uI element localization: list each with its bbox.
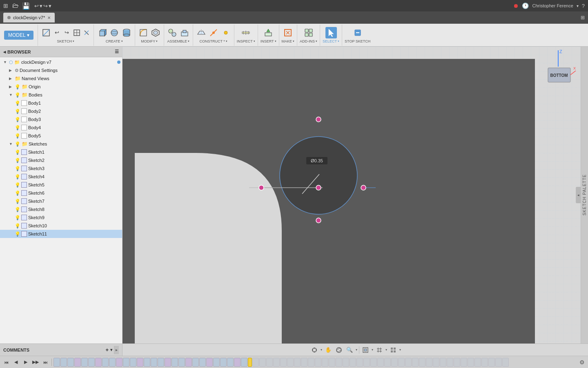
root-expand-arrow[interactable]: ▼	[3, 60, 9, 64]
tl-item-9[interactable]	[109, 358, 116, 367]
display-mode-arrow[interactable]: ▾	[372, 348, 373, 352]
tl-item-53[interactable]	[419, 358, 425, 367]
tl-item-43[interactable]	[350, 358, 356, 367]
tl-item-16[interactable]	[158, 358, 164, 367]
undo-button[interactable]: ↩	[34, 3, 39, 9]
snap-arrow[interactable]: ▾	[321, 348, 322, 352]
bodies-arrow[interactable]: ▼	[9, 93, 15, 97]
zoom-arrow[interactable]: ▾	[356, 348, 357, 352]
tl-item-54[interactable]	[426, 358, 432, 367]
tab-close[interactable]: ✕	[47, 16, 51, 20]
sphere-icon[interactable]	[109, 27, 120, 38]
snap-tool[interactable]	[310, 346, 319, 355]
assemble-label[interactable]: ASSEMBLE▾	[167, 39, 189, 43]
grid-tool[interactable]	[375, 346, 384, 355]
tl-item-27[interactable]	[234, 358, 241, 367]
tl-item-61[interactable]	[474, 358, 481, 367]
timeline-prev-btn[interactable]: ◀	[11, 358, 20, 367]
help-button[interactable]: ?	[582, 3, 585, 9]
tl-item-56[interactable]	[440, 358, 446, 367]
point-icon[interactable]	[220, 27, 232, 38]
comments-collapse-arrow[interactable]: ▸	[116, 348, 118, 352]
tl-item-24[interactable]	[213, 358, 220, 367]
tree-body4[interactable]: 💡 Body4	[0, 123, 122, 132]
model-button[interactable]: MODEL ▾	[4, 31, 33, 40]
tl-item-25[interactable]	[220, 358, 227, 367]
tl-item-39[interactable]	[322, 358, 328, 367]
tl-item-4[interactable]	[74, 358, 81, 367]
sketches-arrow[interactable]: ▼	[9, 142, 15, 146]
comments-collapse[interactable]: ▾	[110, 348, 112, 352]
tree-sketch4[interactable]: 💡 Sketch4	[0, 173, 122, 181]
construct-label[interactable]: CONSTRUCT *▾	[200, 39, 227, 43]
fillet-icon[interactable]	[138, 27, 149, 38]
tl-item-51[interactable]	[405, 358, 412, 367]
tl-item-19[interactable]	[178, 358, 185, 367]
record-button[interactable]: ⏺	[513, 2, 519, 9]
tl-item-59[interactable]	[461, 358, 467, 367]
measure-icon[interactable]	[240, 27, 252, 38]
sketch-label[interactable]: SKETCH▾	[57, 39, 74, 43]
tl-item-40[interactable]	[329, 358, 335, 367]
redo-sketch-icon[interactable]: ↪	[62, 28, 71, 37]
undo-sketch-icon[interactable]: ↩	[53, 28, 62, 37]
viewport[interactable]: Ø0.35 Z BOTTOM X ◂	[122, 47, 581, 343]
grid-icon[interactable]: ⊞	[3, 2, 8, 9]
orientation-cube[interactable]: Z BOTTOM X	[540, 48, 577, 85]
tl-item-46[interactable]	[370, 358, 377, 367]
tl-item-36[interactable]	[301, 358, 307, 367]
tree-sketch11[interactable]: 💡 Sketch11	[0, 230, 122, 238]
named-views-arrow[interactable]: ▶	[9, 76, 15, 81]
snap-grid-arrow[interactable]: ▾	[399, 348, 401, 352]
sketch-create-icon[interactable]	[40, 27, 52, 38]
grid-arrow[interactable]: ▾	[385, 348, 387, 352]
make-label[interactable]: MAKE▾	[282, 39, 295, 43]
select-icon[interactable]	[325, 27, 337, 38]
select-label[interactable]: SELECT▾	[323, 39, 339, 43]
tree-origin[interactable]: ▶ 💡 📁 Origin	[0, 83, 122, 91]
tl-item-14[interactable]	[144, 358, 150, 367]
stop-sketch-icon[interactable]	[352, 27, 363, 38]
tl-item-22[interactable]	[199, 358, 206, 367]
add-ins-label[interactable]: ADD-INS▾	[300, 39, 317, 43]
tl-item-35[interactable]	[294, 358, 301, 367]
design-tab[interactable]: clockDesign v7* ✕	[3, 13, 55, 22]
tl-item-42[interactable]	[343, 358, 349, 367]
tl-item-18[interactable]	[172, 358, 178, 367]
viewport-collapse[interactable]: ◂	[576, 187, 581, 203]
stop-sketch-label[interactable]: STOP SKETCH	[345, 39, 370, 43]
browser-collapse-icon[interactable]: ◂	[3, 49, 6, 55]
tl-item-65[interactable]	[502, 358, 509, 367]
tl-item-10[interactable]	[116, 358, 122, 367]
tree-sketch9[interactable]: 💡 Sketch9	[0, 213, 122, 222]
tl-item-1[interactable]	[53, 358, 60, 367]
tree-sketches[interactable]: ▼ 💡 📁 Sketches	[0, 140, 122, 148]
tl-item-17[interactable]	[165, 358, 171, 367]
comments-add-icon[interactable]: +	[105, 347, 109, 353]
tab-expand[interactable]: ⊞	[581, 15, 585, 20]
box-icon[interactable]	[96, 27, 108, 38]
tree-body2[interactable]: 💡 Body2	[0, 107, 122, 115]
shell-icon[interactable]	[150, 27, 161, 38]
tl-item-58[interactable]	[454, 358, 460, 367]
file-icon[interactable]: 🗁	[11, 2, 20, 9]
history-icon[interactable]: 🕐	[522, 2, 529, 9]
tl-item-23[interactable]	[206, 358, 213, 367]
save-icon[interactable]: 💾	[21, 2, 31, 10]
tl-item-41[interactable]	[336, 358, 342, 367]
insert-label[interactable]: INSERT▾	[261, 39, 276, 43]
origin-arrow[interactable]: ▶	[9, 85, 15, 89]
tree-doc-settings[interactable]: ▶ ⚙ Document Settings	[0, 66, 122, 74]
joint-icon[interactable]	[167, 27, 178, 38]
timeline-last-btn[interactable]: ⏭	[41, 358, 50, 367]
snap-grid-tool[interactable]	[389, 346, 398, 355]
collapse-arrow[interactable]: ◂	[577, 193, 579, 197]
timeline-settings-button[interactable]: ⚙	[577, 358, 586, 367]
tl-item-55[interactable]	[433, 358, 439, 367]
tree-sketch6[interactable]: 💡 Sketch6	[0, 189, 122, 197]
timeline-play-btn[interactable]: ▶	[21, 358, 30, 367]
tl-item-62[interactable]	[481, 358, 488, 367]
tl-item-45[interactable]	[363, 358, 370, 367]
plane-icon[interactable]	[196, 27, 207, 38]
display-mode-tool[interactable]	[361, 346, 370, 355]
